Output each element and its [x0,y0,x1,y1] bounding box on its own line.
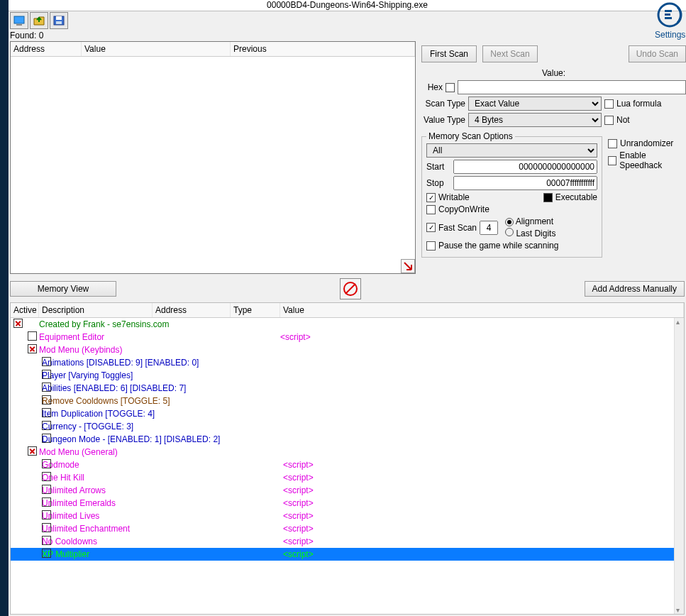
save-button[interactable] [50,12,68,29]
col-previous[interactable]: Previous [231,42,415,56]
row-value: <script> [283,460,314,470]
active-checkbox[interactable] [42,370,51,379]
table-row[interactable]: Unlimited Arrows<script> [11,484,684,497]
active-checkbox[interactable] [13,319,23,328]
table-row[interactable]: Unlimited Emeralds<script> [11,497,684,510]
svg-rect-8 [665,17,672,19]
table-row[interactable]: Unlimited Lives<script> [11,510,684,522]
active-checkbox[interactable] [42,408,51,417]
ct-col-type[interactable]: Type [231,303,280,317]
row-description: Mod Menu (Keybinds) [39,345,280,355]
row-value: <script> [283,549,314,559]
active-checkbox[interactable] [42,485,51,494]
table-row[interactable]: Created by Frank - se7ensins.com [11,318,684,331]
start-input[interactable] [453,160,597,174]
svg-line-10 [345,284,355,294]
speedhack-checkbox[interactable] [608,156,616,165]
table-row[interactable]: Mod Menu (Keybinds) [11,343,684,356]
table-row[interactable]: Dungeon Mode - [ENABLED: 1] [DISABLED: 2… [11,433,684,446]
table-row[interactable]: Currency - [TOGGLE: 3] [11,420,684,433]
row-description: Dungeon Mode - [ENABLED: 1] [DISABLED: 2… [42,434,283,444]
table-row[interactable]: One Hit Kill<script> [11,471,684,484]
stop-input[interactable] [453,176,597,190]
active-checkbox[interactable] [42,523,51,532]
table-row[interactable]: Godmode<script> [11,458,684,471]
active-checkbox[interactable] [42,357,51,366]
row-value: <script> [280,332,311,342]
svg-rect-3 [56,16,62,20]
active-checkbox[interactable] [42,549,51,558]
scan-type-select[interactable]: Exact Value [468,97,602,111]
toolbar [9,11,686,30]
active-checkbox[interactable] [28,446,37,456]
first-scan-button[interactable]: First Scan [421,45,477,62]
add-address-button[interactable]: Add Address Manually [585,281,685,297]
row-description: Unlimited Enchantment [42,524,283,534]
table-row[interactable]: Unlimited Enchantment<script> [11,522,684,535]
memory-view-button[interactable]: Memory View [10,281,116,297]
table-row[interactable]: Remove Cooldowns [TOGGLE: 5] [11,395,684,407]
fastscan-checkbox[interactable] [426,223,436,232]
table-row[interactable]: Player [Varying Toggles] [11,369,684,382]
table-row[interactable]: XP Multiplier<script> [11,548,684,561]
stop-label: Stop [426,178,450,188]
cow-label: CopyOnWrite [438,204,489,214]
alignment-radio[interactable] [505,218,514,226]
row-description: Currency - [TOGGLE: 3] [42,422,283,431]
pause-checkbox[interactable] [426,241,436,251]
unrandomizer-checkbox[interactable] [608,139,617,148]
active-checkbox[interactable] [42,383,51,392]
active-checkbox[interactable] [42,510,51,519]
speedhack-label: Enable Speedhack [619,150,686,170]
active-checkbox[interactable] [42,472,51,481]
region-select[interactable]: All [426,143,597,158]
app-logo[interactable]: Settings [655,1,685,40]
found-count: Found: 0 [9,30,686,41]
active-checkbox[interactable] [42,459,51,468]
settings-link[interactable]: Settings [655,30,685,40]
writable-label: Writable [438,192,470,202]
not-checkbox[interactable] [604,116,614,125]
value-type-select[interactable]: 4 Bytes [468,113,602,127]
active-checkbox[interactable] [42,536,51,545]
table-row[interactable]: Equipment Editor<script> [11,331,684,343]
active-checkbox[interactable] [42,497,51,507]
table-row[interactable]: Animations [DISABLED: 9] [ENABLED: 0] [11,356,684,369]
row-value: <script> [283,511,314,521]
col-address[interactable]: Address [11,42,82,56]
cow-checkbox[interactable] [426,205,436,214]
active-checkbox[interactable] [28,344,37,353]
lua-checkbox[interactable] [604,99,614,109]
table-row[interactable]: Abilities [ENABLED: 6] [DISABLED: 7] [11,382,684,395]
ct-col-active[interactable]: Active [11,303,39,317]
writable-checkbox[interactable] [426,193,436,202]
ct-col-value[interactable]: Value [280,303,684,317]
active-checkbox[interactable] [28,331,37,341]
active-checkbox[interactable] [42,395,51,405]
row-value: <script> [283,473,314,483]
ct-col-addr[interactable]: Address [153,303,231,317]
active-checkbox[interactable] [42,421,51,430]
lastdigits-radio[interactable] [505,228,514,236]
ct-col-desc[interactable]: Description [39,303,153,317]
scrollbar[interactable] [674,318,684,614]
table-row[interactable]: Item Duplication [TOGGLE: 4] [11,407,684,420]
table-row[interactable]: No Cooldowns<script> [11,535,684,548]
col-value[interactable]: Value [82,42,231,56]
open-process-button[interactable] [10,12,28,29]
hex-checkbox[interactable] [446,83,455,92]
pause-label: Pause the game while scanning [438,241,558,251]
fastscan-label: Fast Scan [438,223,477,233]
lua-label: Lua formula [616,99,661,109]
value-input[interactable] [458,80,686,94]
table-row[interactable]: Mod Menu (General) [11,446,684,458]
fastscan-input[interactable] [480,221,498,235]
executable-label: Executable [555,192,597,202]
row-description: Unlimited Lives [42,511,283,521]
row-value: <script> [283,485,314,495]
active-checkbox[interactable] [42,434,51,443]
open-file-button[interactable] [30,12,48,29]
executable-checkbox[interactable] [543,193,553,202]
no-entry-icon[interactable] [340,278,361,299]
expand-arrow-icon[interactable] [401,259,415,273]
